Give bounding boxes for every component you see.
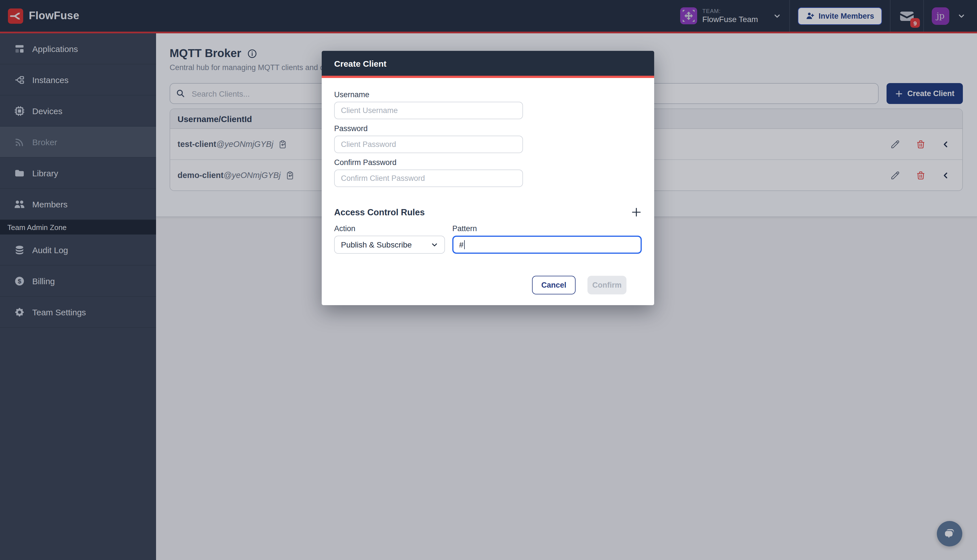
pattern-input[interactable]: # [452, 236, 642, 254]
modal-title: Create Client [322, 51, 654, 78]
chevron-down-icon [431, 241, 438, 248]
pattern-value: # [459, 240, 464, 249]
action-select[interactable]: Publish & Subscribe [334, 236, 445, 254]
access-control-rules-heading: Access Control Rules [334, 207, 424, 217]
confirm-password-label: Confirm Password [334, 158, 642, 167]
add-rule-button[interactable] [631, 207, 642, 218]
action-select-value: Publish & Subscribe [341, 240, 412, 249]
password-label: Password [334, 124, 642, 133]
password-field[interactable] [334, 136, 523, 153]
text-caret [464, 240, 465, 249]
action-label: Action [334, 224, 445, 233]
cancel-button[interactable]: Cancel [532, 276, 576, 294]
confirm-password-field[interactable] [334, 170, 523, 187]
create-client-modal: Create Client Username Password Confirm … [322, 51, 654, 305]
app-root: FlowFuse TEAM: FlowFuse Team [0, 0, 977, 560]
confirm-button[interactable]: Confirm [588, 276, 626, 294]
pattern-label: Pattern [452, 224, 642, 233]
username-field[interactable] [334, 102, 523, 119]
plus-icon [631, 207, 642, 218]
username-label: Username [334, 90, 642, 99]
